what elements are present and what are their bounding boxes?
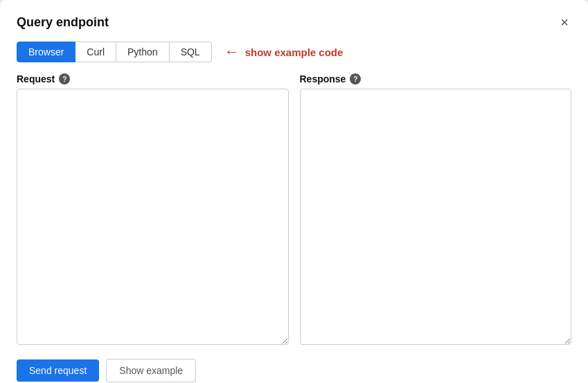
- modal-title: Query endpoint: [17, 15, 109, 30]
- show-example-button[interactable]: Show example: [106, 359, 196, 382]
- show-example-code-label: show example code: [245, 46, 344, 58]
- show-example-annotation: ← show example code: [224, 44, 344, 60]
- arrow-left-icon: ←: [224, 44, 240, 60]
- panels-row: Request ? Response ?: [17, 73, 571, 345]
- tab-browser[interactable]: Browser: [17, 42, 75, 62]
- response-panel: Response ?: [300, 73, 572, 345]
- response-textarea[interactable]: [300, 89, 572, 345]
- request-label: Request ?: [17, 73, 289, 84]
- modal-dialog: Query endpoint × Browser Curl Python SQL…: [0, 0, 588, 383]
- response-label: Response ?: [300, 73, 572, 84]
- response-help-icon[interactable]: ?: [350, 73, 361, 84]
- request-textarea[interactable]: [17, 89, 289, 345]
- tab-sql[interactable]: SQL: [170, 42, 212, 62]
- tab-curl[interactable]: Curl: [75, 42, 116, 62]
- modal-header: Query endpoint ×: [17, 14, 571, 30]
- tab-python[interactable]: Python: [116, 42, 170, 62]
- request-help-icon[interactable]: ?: [59, 73, 70, 84]
- footer-row: Send request Show example: [17, 356, 571, 382]
- tabs-row: Browser Curl Python SQL ← show example c…: [17, 42, 571, 62]
- send-request-button[interactable]: Send request: [17, 359, 99, 382]
- request-panel: Request ?: [17, 73, 289, 345]
- close-button[interactable]: ×: [558, 14, 571, 30]
